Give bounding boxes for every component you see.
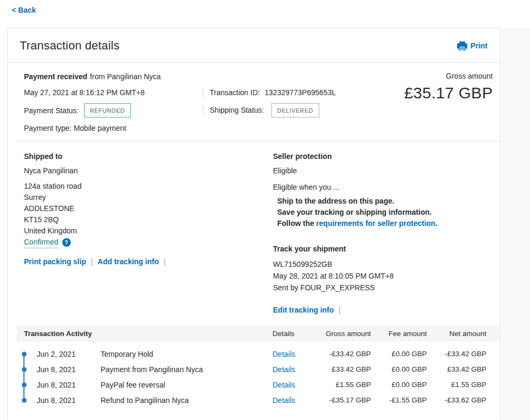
payment-status: Payment Status: REFUNDED	[24, 103, 203, 117]
address-line: KT15 2BQ	[24, 214, 273, 225]
activity-date: Jun 8, 2021	[37, 396, 101, 405]
activity-row: Jun 8, 2021 Refund to Pangilinan Nyca De…	[16, 392, 500, 408]
seller-protection-status: Eligible	[273, 166, 493, 175]
printer-icon	[457, 41, 467, 51]
tracking-number: WL715099252GB	[273, 258, 493, 270]
activity-net: -£33.42 GBP	[427, 350, 486, 358]
activity-row: Jun 8, 2021 Payment from Pangilinan Nyca…	[16, 362, 500, 377]
vertical-divider	[203, 88, 203, 97]
activity-heading: Transaction Activity	[16, 330, 261, 338]
activity-description: Payment from Pangilinan Nyca	[101, 365, 261, 374]
details-link[interactable]: Details	[272, 381, 295, 389]
payment-summary-left: Payment received from Pangilinan Nyca Ma…	[24, 71, 336, 133]
timeline-dot-icon	[22, 351, 27, 356]
shipping-address: 124a station road Surrey ADDLESTONE KT15…	[24, 181, 273, 237]
seller-protection-condition: Save your tracking or shipping informati…	[273, 207, 493, 218]
activity-date: Jun 8, 2021	[37, 365, 101, 374]
transaction-id: Transaction ID: 132329773P695653L	[210, 87, 336, 98]
print-packing-slip-link[interactable]: Print packing slip	[24, 257, 86, 266]
address-line: 124a station road	[24, 181, 273, 192]
gross-amount-label: Gross amount	[404, 72, 493, 80]
payment-received-row: Payment received from Pangilinan Nyca	[24, 71, 336, 82]
timeline-dot-icon	[22, 367, 27, 372]
timeline-dot-icon	[22, 398, 27, 402]
timeline-dot-icon	[22, 382, 27, 387]
shipping-status-label: Shipping Status:	[210, 106, 264, 114]
pipe-separator: |	[91, 257, 93, 266]
tracking-date: May 28, 2021 at 8:10:05 PM GMT+8	[273, 270, 493, 282]
transaction-activity-section: Transaction Activity Details Gross amoun…	[16, 325, 500, 408]
details-section: Shipped to Nyca Pangilinan 124a station …	[16, 141, 500, 314]
column-header-fee: Fee amount	[371, 330, 427, 338]
activity-description: Refund to Pangilinan Nyca	[101, 396, 261, 405]
status-row: Payment Status: REFUNDED Shipping Status…	[24, 103, 336, 117]
details-link[interactable]: Details	[272, 365, 295, 374]
shipping-status-badge: DELIVERED	[271, 103, 319, 117]
activity-gross: £1.55 GBP	[310, 381, 371, 389]
activity-rows: Jun 2, 2021 Temporary Hold Details -£33.…	[16, 346, 500, 408]
activity-date: Jun 8, 2021	[37, 381, 101, 389]
follow-prefix: Follow the	[277, 219, 316, 228]
card-body: Payment received from Pangilinan Nyca Ma…	[8, 63, 500, 408]
activity-description: Temporary Hold	[101, 350, 261, 358]
edit-tracking-row: Edit tracking info |	[273, 306, 493, 314]
column-header-details: Details	[261, 330, 310, 338]
timeline-marker	[16, 377, 37, 392]
confirmed-label[interactable]: Confirmed	[24, 237, 59, 248]
card-header: Transaction details Print	[8, 28, 500, 63]
payer-name: from Pangilinan Nyca	[90, 71, 161, 82]
seller-protection-condition: Ship to the address on this page.	[273, 196, 493, 207]
activity-date: Jun 2, 2021	[37, 350, 101, 358]
shipping-status: Shipping Status: DELIVERED	[210, 103, 319, 117]
payment-received-label: Payment received	[24, 71, 87, 82]
address-line: ADDLESTONE	[24, 203, 273, 214]
timeline-marker	[16, 392, 37, 408]
payment-type: Payment type: Mobile payment	[24, 123, 126, 133]
back-link[interactable]: < Back	[12, 6, 36, 14]
activity-gross: -£33.42 GBP	[310, 350, 371, 358]
pipe-separator: |	[338, 306, 341, 314]
activity-gross: -£35.17 GBP	[310, 396, 371, 404]
details-link[interactable]: Details	[272, 350, 295, 358]
activity-fee: -£1.55 GBP	[371, 396, 427, 404]
activity-fee: £0.00 GBP	[371, 381, 427, 389]
activity-net: £1.55 GBP	[427, 381, 486, 389]
column-header-gross: Gross amount	[310, 330, 371, 338]
gross-amount-block: Gross amount £35.17 GBP	[404, 71, 493, 133]
track-shipment-heading: Track your shipment	[273, 245, 493, 253]
column-header-net: Net amount	[427, 330, 486, 338]
details-link[interactable]: Details	[272, 396, 295, 405]
address-line: Surrey	[24, 192, 273, 203]
timeline-marker	[16, 362, 37, 377]
shipped-to-heading: Shipped to	[24, 152, 273, 161]
activity-fee: £0.00 GBP	[371, 350, 427, 358]
pipe-separator: |	[163, 257, 165, 266]
payment-type-row: Payment type: Mobile payment	[24, 123, 336, 133]
shipped-to-column: Shipped to Nyca Pangilinan 124a station …	[24, 152, 273, 314]
follow-suffix: .	[435, 219, 437, 228]
transaction-id-label: Transaction ID:	[210, 88, 260, 97]
add-tracking-info-link[interactable]: Add tracking info	[97, 257, 159, 266]
activity-net: £33.42 GBP	[427, 365, 486, 373]
print-label: Print	[470, 41, 487, 50]
edit-tracking-info-link[interactable]: Edit tracking info	[273, 306, 334, 314]
seller-protection-intro: Eligible when you ...	[273, 183, 493, 191]
activity-fee: £0.00 GBP	[371, 365, 427, 373]
vertical-divider	[203, 106, 203, 115]
timeline-marker	[16, 346, 37, 362]
activity-row: Jun 2, 2021 Temporary Hold Details -£33.…	[16, 346, 500, 362]
activity-gross: £33.42 GBP	[310, 365, 371, 373]
print-button[interactable]: Print	[457, 41, 487, 51]
payment-summary-section: Payment received from Pangilinan Nyca Ma…	[16, 63, 500, 141]
gross-amount-value: £35.17 GBP	[404, 84, 493, 102]
help-icon[interactable]: ?	[62, 238, 71, 247]
shipping-links-row: Print packing slip | Add tracking info |	[24, 257, 273, 266]
seller-protection-condition: Follow the requirements for seller prote…	[273, 218, 493, 229]
payment-status-badge: REFUNDED	[84, 103, 131, 117]
page-title: Transaction details	[20, 39, 120, 53]
activity-description: PayPal fee reversal	[101, 381, 261, 389]
seller-protection-requirements-link[interactable]: requirements for seller protection	[316, 219, 435, 228]
seller-protection-column: Seller protection Eligible Eligible when…	[273, 152, 493, 314]
transaction-details-card: Transaction details Print Payment receiv…	[7, 28, 501, 420]
activity-row: Jun 8, 2021 PayPal fee reversal Details …	[16, 377, 500, 392]
